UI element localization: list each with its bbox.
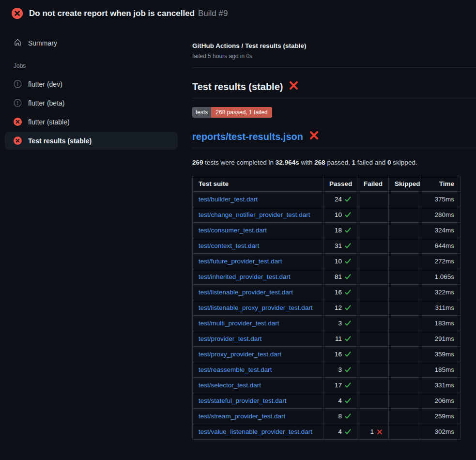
check-icon [345, 196, 351, 202]
sidebar-item-label: flutter (stable) [28, 118, 70, 126]
sidebar-item-label: Test results (stable) [28, 137, 92, 145]
sidebar-item-flutter-dev[interactable]: flutter (dev) [5, 75, 178, 93]
time-cell: 324ms [420, 223, 461, 238]
skipped-cell [389, 269, 420, 285]
test-suite-link[interactable]: test/proxy_provider_test.dart [199, 351, 281, 358]
passed-cell: 31 [323, 238, 357, 254]
skipped-cell [389, 223, 420, 238]
table-row: test/value_listenable_provider_test.dart… [193, 424, 461, 440]
table-row: test/future_provider_test.dart10272ms [193, 254, 461, 269]
test-suite-link[interactable]: test/stream_provider_test.dart [199, 413, 285, 420]
failed-cell [357, 269, 389, 285]
passed-cell: 24 [323, 192, 357, 207]
test-suite-link[interactable]: test/stateful_provider_test.dart [199, 397, 287, 404]
time-cell: 291ms [420, 331, 461, 347]
sidebar-item-flutter-stable[interactable]: flutter (stable) [5, 113, 178, 131]
test-suite-link[interactable]: test/inherited_provider_test.dart [199, 273, 291, 280]
passed-cell: 16 [323, 285, 357, 300]
report-file-heading[interactable]: reports/test-results.json [192, 130, 476, 148]
check-icon [345, 413, 351, 419]
sidebar-item-summary[interactable]: Summary [5, 35, 178, 51]
table-row: test/selector_test.dart17331ms [193, 378, 461, 393]
sidebar-item-flutter-beta[interactable]: flutter (beta) [5, 94, 178, 112]
x-circle-fill-icon [12, 8, 23, 19]
failed-cell [357, 347, 389, 362]
failed-cell [357, 223, 389, 238]
passed-cell: 4 [323, 424, 357, 440]
test-suite-link[interactable]: test/value_listenable_provider_test.dart [199, 428, 312, 435]
check-icon [345, 382, 351, 388]
table-header-row: Test suitePassedFailedSkippedTime [193, 176, 461, 192]
time-cell: 311ms [420, 300, 461, 316]
failed-cell [357, 300, 389, 316]
results-table: Test suitePassedFailedSkippedTime test/b… [192, 176, 461, 440]
test-suite-link[interactable]: test/listenable_proxy_provider_test.dart [199, 304, 313, 311]
test-suite-link[interactable]: test/selector_test.dart [199, 382, 261, 389]
sidebar-item-test-results-stable[interactable]: Test results (stable) [5, 132, 178, 150]
test-suite-link[interactable]: test/consumer_test.dart [199, 227, 267, 234]
table-row: test/listenable_proxy_provider_test.dart… [193, 300, 461, 316]
failed-cell [357, 409, 389, 424]
table-row: test/stateful_provider_test.dart4206ms [193, 393, 461, 409]
sidebar-summary-label: Summary [28, 39, 57, 47]
test-suite-link[interactable]: test/change_notifier_provider_test.dart [199, 211, 310, 218]
test-suite-link[interactable]: test/builder_test.dart [199, 196, 258, 203]
jobs-section-label: Jobs [14, 62, 178, 69]
test-suite-link[interactable]: test/context_test.dart [199, 242, 259, 249]
check-icon [345, 243, 351, 249]
main-content: GitHub Actions / Test results (stable) f… [192, 25, 476, 440]
passed-cell: 18 [323, 223, 357, 238]
check-icon [345, 320, 351, 326]
check-icon [345, 305, 351, 311]
passed-cell: 12 [323, 300, 357, 316]
badge-value: 268 passed, 1 failed [211, 107, 272, 118]
column-header-failed: Failed [357, 176, 389, 192]
failed-cell [357, 378, 389, 393]
failed-cell [357, 316, 389, 331]
skipped-cell [389, 393, 420, 409]
check-icon [345, 227, 351, 233]
skipped-cell [389, 285, 420, 300]
table-row: test/provider_test.dart11291ms [193, 331, 461, 347]
skipped-cell [389, 378, 420, 393]
test-suite-link[interactable]: test/reassemble_test.dart [199, 366, 272, 373]
time-cell: 322ms [420, 285, 461, 300]
table-row: test/consumer_test.dart18324ms [193, 223, 461, 238]
check-icon [345, 289, 351, 295]
table-row: test/inherited_provider_test.dart811.065… [193, 269, 461, 285]
build-number: Build #9 [198, 9, 228, 18]
stop-cancelled-icon [14, 99, 22, 107]
test-suite-link[interactable]: test/multi_provider_test.dart [199, 320, 279, 327]
breadcrumb: GitHub Actions / Test results (stable) [192, 42, 476, 49]
run-header: Do not create report when job is cancell… [0, 0, 476, 25]
section-title: Test results (stable) [192, 81, 283, 92]
time-cell: 183ms [420, 316, 461, 331]
time-cell: 280ms [420, 207, 461, 223]
test-suite-link[interactable]: test/future_provider_test.dart [199, 258, 282, 265]
table-row: test/reassemble_test.dart3185ms [193, 362, 461, 378]
failed-cell [357, 254, 389, 269]
section-heading-test-results: Test results (stable) [192, 80, 476, 98]
time-cell: 359ms [420, 347, 461, 362]
page-title: Do not create report when job is cancell… [29, 9, 195, 18]
skipped-cell [389, 362, 420, 378]
time-cell: 272ms [420, 254, 461, 269]
failed-cell [357, 192, 389, 207]
column-header-test-suite: Test suite [193, 176, 323, 192]
test-suite-link[interactable]: test/provider_test.dart [199, 335, 262, 342]
passed-cell: 3 [323, 362, 357, 378]
test-suite-link[interactable]: test/listenable_provider_test.dart [199, 289, 293, 296]
skipped-cell [389, 316, 420, 331]
check-icon [345, 367, 351, 373]
check-icon [345, 398, 351, 404]
table-row: test/listenable_provider_test.dart16322m… [193, 285, 461, 300]
table-row: test/builder_test.dart24375ms [193, 192, 461, 207]
time-cell: 331ms [420, 378, 461, 393]
table-row: test/context_test.dart31644ms [193, 238, 461, 254]
report-file-link[interactable]: reports/test-results.json [192, 131, 303, 142]
failed-cell [357, 285, 389, 300]
badge-label: tests [192, 107, 211, 118]
time-cell: 1.065s [420, 269, 461, 285]
fail-x-icon [289, 80, 299, 93]
failed-cell [357, 393, 389, 409]
